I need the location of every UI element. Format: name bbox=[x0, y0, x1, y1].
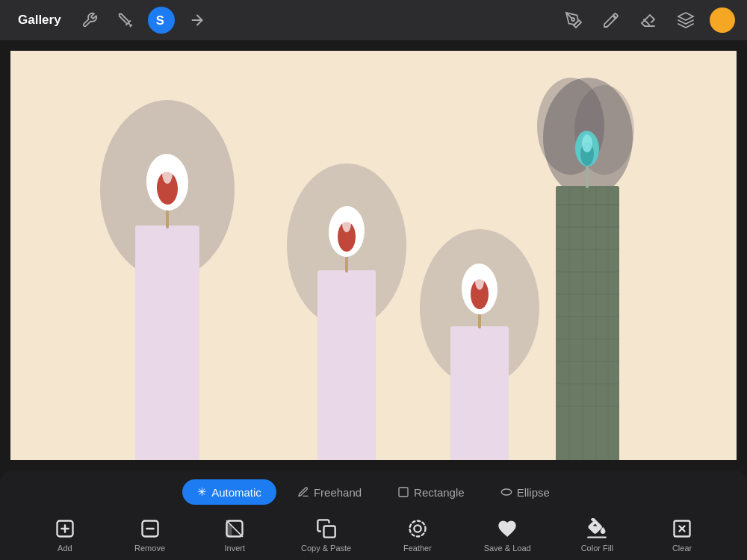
svg-rect-15 bbox=[317, 270, 376, 470]
ellipse-pill[interactable]: Ellipse bbox=[486, 479, 565, 505]
brush-tool-button[interactable] bbox=[598, 7, 624, 34]
copy-paste-button[interactable]: Copy & Paste bbox=[294, 514, 359, 556]
layers-button[interactable] bbox=[672, 7, 699, 34]
clear-label: Clear bbox=[672, 544, 692, 553]
svg-point-47 bbox=[582, 134, 592, 152]
color-fill-button[interactable]: Color Fill bbox=[571, 514, 623, 556]
remove-button[interactable]: Remove bbox=[124, 514, 176, 556]
bottom-selection-bar: ✳ Automatic Freehand Rectangle Ellipse A bbox=[0, 470, 747, 560]
remove-label: Remove bbox=[134, 544, 165, 553]
feather-button[interactable]: Feather bbox=[391, 514, 444, 556]
rectangle-pill[interactable]: Rectangle bbox=[382, 479, 480, 505]
automatic-pill[interactable]: ✳ Automatic bbox=[182, 479, 276, 505]
canvas-area[interactable] bbox=[10, 40, 737, 470]
invert-label: Invert bbox=[224, 544, 245, 553]
top-toolbar: Gallery S bbox=[0, 0, 747, 40]
eraser-tool-button[interactable] bbox=[635, 7, 662, 34]
magic-wand-button[interactable] bbox=[112, 7, 139, 34]
transform-button[interactable] bbox=[184, 7, 211, 34]
save-load-icon bbox=[495, 517, 519, 541]
add-icon bbox=[53, 517, 77, 541]
automatic-pill-label: Automatic bbox=[211, 486, 261, 499]
svg-marker-6 bbox=[678, 13, 693, 20]
color-fill-label: Color Fill bbox=[581, 544, 613, 553]
rectangle-pill-label: Rectangle bbox=[414, 486, 465, 499]
pen-tool-button[interactable] bbox=[560, 7, 587, 34]
svg-point-49 bbox=[501, 489, 511, 495]
clear-icon bbox=[670, 517, 694, 541]
freehand-pill[interactable]: Freehand bbox=[282, 479, 376, 505]
bottom-action-buttons: Add Remove Invert bbox=[0, 514, 747, 556]
selection-type-pills: ✳ Automatic Freehand Rectangle Ellipse bbox=[182, 479, 565, 505]
color-picker[interactable] bbox=[710, 7, 735, 33]
copy-paste-icon bbox=[314, 517, 338, 541]
top-left-tools: Gallery S bbox=[12, 7, 211, 34]
invert-button[interactable]: Invert bbox=[208, 514, 261, 556]
svg-rect-21 bbox=[450, 326, 509, 470]
svg-rect-48 bbox=[399, 488, 408, 497]
copy-paste-label: Copy & Paste bbox=[301, 544, 351, 553]
save-load-label: Save & Load bbox=[484, 544, 531, 553]
wrench-button[interactable] bbox=[76, 7, 103, 34]
freehand-pill-label: Freehand bbox=[314, 486, 362, 499]
color-fill-icon bbox=[585, 517, 609, 541]
svg-point-5 bbox=[571, 18, 574, 21]
remove-icon bbox=[138, 517, 162, 541]
svg-rect-29 bbox=[556, 186, 619, 470]
svg-rect-9 bbox=[135, 225, 199, 470]
save-load-button[interactable]: Save & Load bbox=[477, 514, 539, 556]
add-label: Add bbox=[58, 544, 72, 553]
svg-point-25 bbox=[475, 272, 484, 290]
svg-point-58 bbox=[414, 525, 421, 532]
clear-button[interactable]: Clear bbox=[656, 514, 708, 556]
feather-icon bbox=[406, 517, 430, 541]
ellipse-pill-label: Ellipse bbox=[517, 486, 550, 499]
invert-icon bbox=[223, 517, 247, 541]
gallery-button[interactable]: Gallery bbox=[12, 10, 67, 31]
svg-point-19 bbox=[342, 214, 351, 232]
svg-point-13 bbox=[162, 163, 173, 184]
svg-text:S: S bbox=[155, 13, 164, 27]
feather-label: Feather bbox=[403, 544, 432, 553]
sketch-button[interactable]: S bbox=[148, 7, 175, 34]
automatic-pill-icon: ✳ bbox=[197, 485, 207, 499]
svg-point-57 bbox=[409, 521, 425, 537]
top-right-tools bbox=[560, 7, 735, 34]
svg-rect-56 bbox=[323, 526, 335, 538]
add-button[interactable]: Add bbox=[39, 514, 91, 556]
svg-line-2 bbox=[130, 25, 131, 26]
